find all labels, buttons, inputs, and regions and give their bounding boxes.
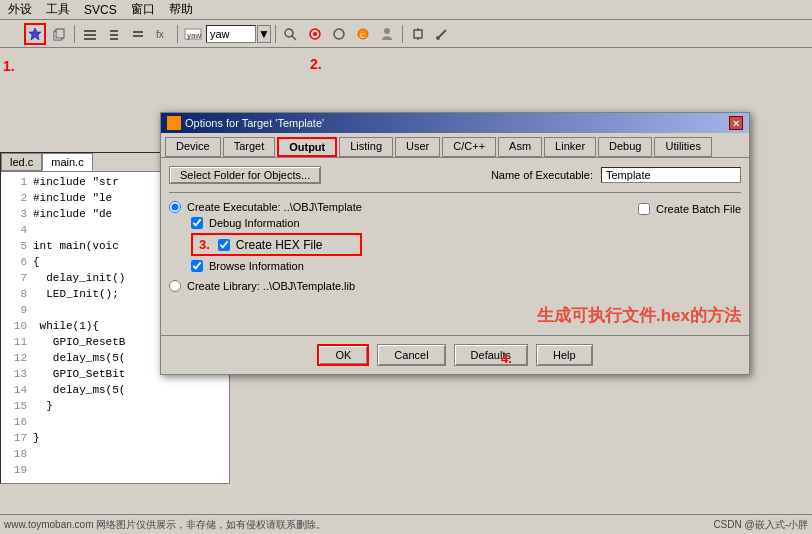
library-radio-item: Create Library: ..\OBJ\Template.lib xyxy=(169,280,741,292)
dialog-bottom-buttons: 4. OK Cancel Defaults Help xyxy=(161,335,749,374)
code-line: 19 xyxy=(5,462,225,478)
defaults-button[interactable]: Defaults xyxy=(454,344,528,366)
tab-main-c[interactable]: main.c xyxy=(42,153,92,171)
step2-badge: 2. xyxy=(310,56,322,72)
toolbar-img-btn[interactable]: yaw xyxy=(182,23,204,45)
toolbar-btn5[interactable] xyxy=(127,23,149,45)
tab-linker[interactable]: Linker xyxy=(544,137,596,157)
toolbar-btn4[interactable] xyxy=(103,23,125,45)
svg-marker-0 xyxy=(29,28,41,40)
step3-badge: 3. xyxy=(199,237,210,252)
options-dialog: Options for Target 'Template' ✕ Device T… xyxy=(160,112,750,375)
create-executable-radio[interactable] xyxy=(169,201,181,213)
menu-svcs[interactable]: SVCS xyxy=(80,2,121,18)
toolbar-gear-btn[interactable] xyxy=(407,23,429,45)
code-line: 15 } xyxy=(5,398,225,414)
tab-device[interactable]: Device xyxy=(165,137,221,157)
step4-badge: 4. xyxy=(501,351,512,366)
dialog-content: Select Folder for Objects... Name of Exe… xyxy=(161,158,749,335)
select-folder-button[interactable]: Select Folder for Objects... xyxy=(169,166,321,184)
create-hex-checkbox[interactable] xyxy=(218,239,230,251)
menu-chuangkou[interactable]: 窗口 xyxy=(127,0,159,19)
annotation-text: 生成可执行文件.hex的方法 xyxy=(537,306,741,325)
browse-info-checkbox[interactable] xyxy=(191,260,203,272)
tab-cpp[interactable]: C/C++ xyxy=(442,137,496,157)
annotation-area: 生成可执行文件.hex的方法 xyxy=(169,304,741,327)
menu-gongju[interactable]: 工具 xyxy=(42,0,74,19)
debug-info-check-item: Debug Information xyxy=(191,217,362,229)
left-options: Create Executable: ..\OBJ\Template Debug… xyxy=(169,201,362,272)
dialog-titlebar: Options for Target 'Template' ✕ xyxy=(161,113,749,133)
svg-point-21 xyxy=(384,28,390,34)
tab-user[interactable]: User xyxy=(395,137,440,157)
menubar: 外设 工具 SVCS 窗口 帮助 xyxy=(0,0,812,20)
code-line: 14 delay_ms(5( xyxy=(5,382,225,398)
cancel-button[interactable]: Cancel xyxy=(377,344,445,366)
main-content: led.c main.c 1#include "str 2#include "l… xyxy=(0,76,812,514)
executable-section: Create Executable: ..\OBJ\Template Debug… xyxy=(169,201,741,272)
toolbar-c-btn[interactable]: C xyxy=(352,23,374,45)
executable-name-input[interactable] xyxy=(601,167,741,183)
tab-utilities[interactable]: Utilities xyxy=(654,137,711,157)
create-hex-label: Create HEX File xyxy=(236,238,323,252)
code-line: 17} xyxy=(5,430,225,446)
dialog-close-button[interactable]: ✕ xyxy=(729,116,743,130)
divider1 xyxy=(169,192,741,193)
svg-text:yaw: yaw xyxy=(187,31,201,40)
svg-text:C: C xyxy=(360,31,366,40)
help-button[interactable]: Help xyxy=(536,344,593,366)
svg-rect-2 xyxy=(56,29,64,38)
code-line: 18 xyxy=(5,446,225,462)
svg-rect-7 xyxy=(110,34,118,36)
dialog-icon xyxy=(167,116,181,130)
toolbar-search-btn[interactable] xyxy=(280,23,302,45)
create-batch-check-item: Create Batch File xyxy=(638,203,741,215)
svg-point-18 xyxy=(334,29,344,39)
tab-target[interactable]: Target xyxy=(223,137,276,157)
tab-debug[interactable]: Debug xyxy=(598,137,652,157)
create-executable-radio-item: Create Executable: ..\OBJ\Template xyxy=(169,201,362,213)
toolbar-person-btn[interactable] xyxy=(376,23,398,45)
svg-point-26 xyxy=(436,36,440,40)
dropdown-arrow[interactable]: ▼ xyxy=(257,25,271,43)
create-hex-check-item: 3. Create HEX File xyxy=(191,233,362,256)
toolbar-btn6[interactable]: fx xyxy=(151,23,173,45)
toolbar-target-btn[interactable] xyxy=(304,23,326,45)
csdn-watermark: CSDN @嵌入式-小胖 xyxy=(713,518,808,532)
svg-text:fx: fx xyxy=(156,29,164,40)
tab-led-c[interactable]: led.c xyxy=(1,153,42,171)
svg-rect-4 xyxy=(84,34,96,36)
menu-bangzhu[interactable]: 帮助 xyxy=(165,0,197,19)
ok-button[interactable]: OK xyxy=(317,344,369,366)
toolbar-sep2 xyxy=(177,25,178,43)
create-batch-checkbox[interactable] xyxy=(638,203,650,215)
create-library-radio[interactable] xyxy=(169,280,181,292)
dialog-title: Options for Target 'Template' xyxy=(185,117,324,129)
svg-rect-8 xyxy=(110,38,118,40)
toolbar-magic-btn[interactable] xyxy=(24,23,46,45)
svg-point-14 xyxy=(285,29,293,37)
svg-rect-3 xyxy=(84,30,96,32)
statusbar: www.toymoban.com 网络图片仅供展示，非存储，如有侵权请联系删除。… xyxy=(0,514,812,534)
create-library-radio-item: Create Library: ..\OBJ\Template.lib xyxy=(169,280,741,292)
target-dropdown[interactable]: yaw xyxy=(206,25,256,43)
svg-rect-5 xyxy=(84,38,96,40)
dialog-title-left: Options for Target 'Template' xyxy=(167,116,324,130)
toolbar-copy-btn[interactable] xyxy=(48,23,70,45)
debug-info-label: Debug Information xyxy=(209,217,300,229)
toolbar-sep1 xyxy=(74,25,75,43)
create-library-label: Create Library: ..\OBJ\Template.lib xyxy=(187,280,355,292)
menu-waishe[interactable]: 外设 xyxy=(4,0,36,19)
svg-rect-22 xyxy=(414,30,422,38)
dialog-tabs: Device Target Output Listing User C/C++ … xyxy=(161,133,749,158)
tab-output[interactable]: Output xyxy=(277,137,337,157)
toolbar-circle-btn[interactable] xyxy=(328,23,350,45)
toolbar-wrench-btn[interactable] xyxy=(431,23,453,45)
tab-listing[interactable]: Listing xyxy=(339,137,393,157)
toolbar: 1. fx yaw yaw ▼ xyxy=(0,20,812,48)
toolbar-btn3[interactable] xyxy=(79,23,101,45)
folder-row: Select Folder for Objects... Name of Exe… xyxy=(169,166,741,184)
debug-info-checkbox[interactable] xyxy=(191,217,203,229)
toolbar-sep4 xyxy=(402,25,403,43)
tab-asm[interactable]: Asm xyxy=(498,137,542,157)
